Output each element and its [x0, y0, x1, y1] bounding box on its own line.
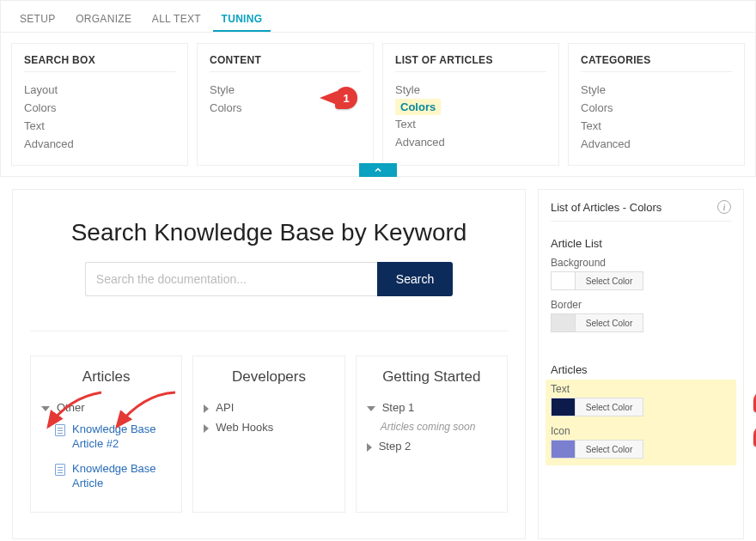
- select-color-button[interactable]: Select Color: [576, 314, 643, 331]
- tab-all-text[interactable]: ALL TEXT: [143, 8, 210, 30]
- color-picker[interactable]: Select Color: [551, 313, 643, 332]
- search-button[interactable]: Search: [377, 262, 453, 296]
- color-swatch: [552, 272, 576, 289]
- field-label: Background: [551, 257, 731, 269]
- search-input[interactable]: [85, 262, 377, 296]
- list-item[interactable]: API: [204, 398, 333, 417]
- color-swatch: [552, 314, 576, 331]
- collapse-toggle[interactable]: [359, 163, 397, 177]
- note-text: Articles coming soon: [381, 421, 476, 433]
- col-title: Developers: [204, 368, 333, 386]
- field-border: Border Select Color: [551, 299, 731, 332]
- list-label: Step 2: [379, 440, 412, 453]
- document-icon: [55, 464, 65, 476]
- panel-search-box: SEARCH BOX Layout Colors Text Advanced: [11, 43, 188, 166]
- panel-list-of-articles: LIST OF ARTICLES Style Colors Text Advan…: [382, 43, 559, 166]
- info-icon[interactable]: i: [717, 200, 731, 214]
- list-note: Articles coming soon: [367, 417, 497, 436]
- col-title: Articles: [41, 368, 171, 386]
- panel-categories: CATEGORIES Style Colors Text Advanced: [568, 43, 745, 166]
- list-label: Step 1: [382, 401, 415, 414]
- opt-colors[interactable]: Colors: [581, 99, 732, 117]
- col-articles: Articles Other Knowledge Base Article #2…: [30, 356, 182, 513]
- divider: [30, 331, 508, 331]
- preview-heading: Search Knowledge Base by Keyword: [30, 219, 508, 246]
- opt-text[interactable]: Text: [581, 117, 732, 135]
- section-heading: Article List: [551, 237, 731, 250]
- field-label: Icon: [551, 425, 731, 437]
- chevron-right-icon: [204, 424, 209, 433]
- opt-colors[interactable]: Colors: [395, 99, 441, 115]
- list-item[interactable]: Other: [41, 398, 171, 417]
- chevron-down-icon: [41, 406, 50, 411]
- article-link[interactable]: Knowledge Base Article: [41, 457, 171, 496]
- list-item[interactable]: Web Hooks: [204, 417, 333, 437]
- chevron-right-icon: [367, 443, 372, 452]
- opt-text[interactable]: Text: [395, 115, 546, 133]
- document-icon: [55, 424, 65, 436]
- preview-area: Search Knowledge Base by Keyword Search …: [12, 189, 526, 539]
- opt-layout[interactable]: Layout: [24, 81, 175, 99]
- col-title: Getting Started: [367, 368, 497, 386]
- opt-advanced[interactable]: Advanced: [581, 135, 732, 153]
- top-tabs: SETUP ORGANIZE ALL TEXT TUNING: [0, 0, 756, 33]
- field-background: Background Select Color: [551, 257, 731, 290]
- chevron-up-icon: [373, 165, 383, 175]
- panel-title: LIST OF ARTICLES: [395, 54, 546, 72]
- sidebar-title: List of Articles - Colors i: [551, 200, 731, 222]
- color-swatch: [552, 398, 576, 416]
- opt-text[interactable]: Text: [24, 117, 175, 135]
- sidebar-title-text: List of Articles - Colors: [551, 201, 662, 214]
- section-heading: Articles: [551, 363, 731, 376]
- chevron-down-icon: [367, 406, 375, 411]
- panel-content: CONTENT Style Colors: [197, 43, 374, 166]
- main-row: Search Knowledge Base by Keyword Search …: [0, 177, 756, 541]
- list-item[interactable]: Step 1: [367, 398, 497, 417]
- color-picker[interactable]: Select Color: [551, 398, 643, 416]
- highlighted-fields: Text Select Color Icon Select Color 2 3: [546, 380, 736, 465]
- list-label: Web Hooks: [216, 421, 273, 434]
- field-icon: Icon Select Color: [551, 425, 731, 459]
- panel-title: CATEGORIES: [581, 54, 732, 72]
- opt-colors[interactable]: Colors: [24, 99, 175, 117]
- color-picker[interactable]: Select Color: [551, 271, 643, 290]
- preview-columns: Articles Other Knowledge Base Article #2…: [30, 356, 508, 513]
- field-text: Text Select Color: [551, 383, 731, 416]
- article-link[interactable]: Knowledge Base Article #2: [41, 417, 171, 457]
- col-getting-started: Getting Started Step 1 Articles coming s…: [356, 356, 508, 513]
- field-label: Border: [551, 299, 731, 311]
- tab-setup[interactable]: SETUP: [11, 8, 64, 30]
- settings-sidebar: List of Articles - Colors i Article List…: [538, 189, 744, 539]
- tab-tuning[interactable]: TUNING: [213, 8, 271, 32]
- opt-advanced[interactable]: Advanced: [395, 133, 546, 151]
- tuning-panels: SEARCH BOX Layout Colors Text Advanced C…: [0, 33, 756, 177]
- select-color-button[interactable]: Select Color: [576, 441, 643, 458]
- search-row: Search: [30, 262, 508, 296]
- opt-style[interactable]: Style: [581, 81, 732, 99]
- article-link-text[interactable]: Knowledge Base Article #2: [72, 422, 171, 452]
- panel-title: CONTENT: [210, 54, 361, 72]
- opt-colors[interactable]: Colors: [210, 99, 361, 117]
- list-label: Other: [57, 401, 85, 414]
- article-link-text[interactable]: Knowledge Base Article: [72, 462, 171, 491]
- opt-style[interactable]: Style: [395, 81, 546, 99]
- opt-style[interactable]: Style: [210, 81, 361, 99]
- chevron-right-icon: [204, 404, 209, 413]
- color-picker[interactable]: Select Color: [551, 440, 643, 459]
- list-item[interactable]: Step 2: [367, 436, 497, 456]
- select-color-button[interactable]: Select Color: [576, 398, 643, 416]
- field-label: Text: [551, 383, 731, 395]
- panel-title: SEARCH BOX: [24, 54, 175, 72]
- list-label: API: [216, 401, 234, 414]
- opt-advanced[interactable]: Advanced: [24, 135, 175, 153]
- select-color-button[interactable]: Select Color: [576, 272, 643, 289]
- tab-organize[interactable]: ORGANIZE: [67, 8, 140, 30]
- col-developers: Developers API Web Hooks: [192, 356, 344, 513]
- color-swatch: [552, 441, 576, 458]
